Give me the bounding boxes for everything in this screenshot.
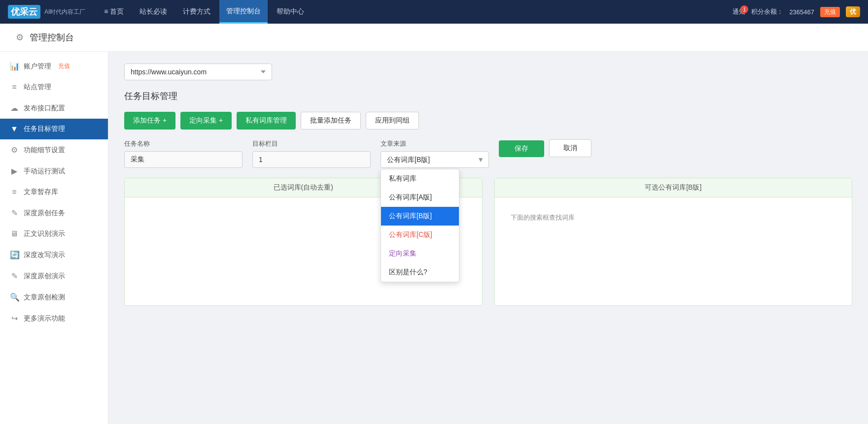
sidebar-item-site[interactable]: ≡站点管理: [0, 77, 108, 98]
recharge-button[interactable]: 充值: [820, 7, 840, 17]
topnav-item-≡ 首页[interactable]: ≡ 首页: [97, 0, 131, 24]
sidebar-item-publish[interactable]: ☁发布接口配置: [0, 98, 108, 119]
logo-subtitle: AI时代内容工厂: [44, 8, 85, 16]
source-dropdown-popup: 私有词库公有词库[A版]公有词库[B版]公有词库[C版]定向采集区别是什么?: [381, 169, 459, 282]
private-lib-button[interactable]: 私有词库管理: [237, 112, 296, 130]
directed-collect-button[interactable]: 定向采集 +: [180, 112, 232, 130]
sidebar-item-manual[interactable]: ▶手动运行测试: [0, 161, 108, 182]
page-title: 管理控制台: [30, 32, 74, 43]
sidebar-label-account: 账户管理: [24, 62, 51, 71]
toolbar: 添加任务 + 定向采集 + 私有词库管理 批量添加任务 应用到同组: [124, 112, 852, 130]
rewrite-icon: 🔄: [10, 250, 19, 260]
notification-bell[interactable]: 通知 1: [732, 7, 745, 16]
account-icon: 📊: [10, 62, 19, 71]
source-select-wrap: 公有词库[B版] ▼ 私有词库公有词库[A版]公有词库[B版]公有词库[C版]定…: [381, 151, 489, 168]
available-word-bank-header: 可选公有词库[B版]: [495, 178, 852, 197]
sidebar-item-task[interactable]: ▼任务目标管理: [0, 119, 108, 139]
points-label: 积分余额：: [751, 7, 783, 16]
site-selector-row: https://www.ucaiyun.com: [124, 64, 852, 80]
deeporig-icon: ✎: [10, 208, 19, 218]
settings-icon: ⚙: [10, 145, 19, 155]
page-header: ⚙ 管理控制台: [0, 24, 868, 52]
sidebar-item-draft[interactable]: ≡文章暂存库: [0, 182, 108, 202]
layout: 📊账户管理充值≡站点管理☁发布接口配置▼任务目标管理⚙功能细节设置▶手动运行测试…: [0, 52, 868, 424]
vip-badge: 优: [846, 6, 860, 17]
dropdown-item-私有词库[interactable]: 私有词库: [381, 169, 459, 188]
manual-icon: ▶: [10, 166, 19, 176]
form-row: 任务名称 目标栏目 文章来源 公有词库[B版] ▼ 私有词库公有词库[A版]公有…: [124, 139, 852, 168]
sidebar-item-deeporig[interactable]: ✎深度原创任务: [0, 202, 108, 224]
sidebar-item-settings[interactable]: ⚙功能细节设置: [0, 139, 108, 161]
available-word-bank: 可选公有词库[B版] 下面的搜索框查找词库: [494, 178, 853, 306]
dropdown-item-公有词库[A版][interactable]: 公有词库[A版]: [381, 188, 459, 207]
sidebar: 📊账户管理充值≡站点管理☁发布接口配置▼任务目标管理⚙功能细节设置▶手动运行测试…: [0, 52, 108, 424]
sidebar-item-check[interactable]: 🔍文章原创检测: [0, 287, 108, 308]
dropdown-item-公有词库[C版][interactable]: 公有词库[C版]: [381, 226, 459, 244]
sidebar-label-task: 任务目标管理: [24, 125, 65, 133]
action-group: 保存 取消: [499, 139, 591, 157]
sidebar-label-more: 更多演示功能: [24, 314, 65, 323]
sidebar-label-settings: 功能细节设置: [24, 146, 65, 155]
topnav-item-站长必读[interactable]: 站长必读: [133, 0, 174, 24]
settings-icon: ⚙: [16, 32, 24, 43]
topnav-menu: ≡ 首页站长必读计费方式管理控制台帮助中心: [97, 0, 732, 24]
category-group: 目标栏目: [252, 139, 371, 168]
notification-badge: 1: [740, 5, 748, 13]
sidebar-label-site: 站点管理: [24, 83, 51, 92]
task-icon: ▼: [10, 125, 19, 133]
dropdown-item-定向采集[interactable]: 定向采集: [381, 244, 459, 263]
site-select[interactable]: https://www.ucaiyun.com: [124, 64, 272, 80]
sidebar-badge-account[interactable]: 充值: [58, 62, 70, 70]
add-task-button[interactable]: 添加任务 +: [124, 112, 175, 130]
task-name-label: 任务名称: [124, 139, 243, 148]
dropdown-item-公有词库[B版][interactable]: 公有词库[B版]: [381, 207, 459, 226]
category-input[interactable]: [252, 151, 371, 168]
source-label: 文章来源: [381, 139, 489, 148]
sidebar-label-rewrite: 深度改写演示: [24, 251, 65, 260]
sidebar-item-account[interactable]: 📊账户管理充值: [0, 56, 108, 77]
task-name-input[interactable]: [124, 151, 243, 168]
more-icon: ↪: [10, 314, 19, 323]
batch-add-button[interactable]: 批量添加任务: [301, 112, 361, 130]
sidebar-label-deeporig: 深度原创任务: [24, 209, 65, 218]
sidebar-label-check: 文章原创检测: [24, 293, 65, 302]
sidebar-item-rewrite[interactable]: 🔄深度改写演示: [0, 244, 108, 265]
logo[interactable]: 优采云 AI时代内容工厂: [8, 5, 85, 19]
topnav-item-管理控制台[interactable]: 管理控制台: [219, 0, 268, 24]
origdemo-icon: ✎: [10, 271, 19, 281]
task-name-group: 任务名称: [124, 139, 243, 168]
sidebar-label-origdemo: 深度原创演示: [24, 272, 65, 281]
source-select[interactable]: 公有词库[B版]: [381, 151, 489, 168]
cancel-button[interactable]: 取消: [549, 139, 591, 157]
check-icon: 🔍: [10, 293, 19, 302]
sidebar-label-publish: 发布接口配置: [24, 104, 65, 113]
sidebar-label-draft: 文章暂存库: [24, 188, 58, 196]
word-bank-row: 已选词库(自动去重) 可选公有词库[B版] 下面的搜索框查找词库: [124, 178, 852, 306]
dropdown-item-区别是什么?[interactable]: 区别是什么?: [381, 263, 459, 282]
apply-group-button[interactable]: 应用到同组: [366, 112, 419, 130]
sidebar-label-manual: 手动运行测试: [24, 167, 65, 176]
draft-icon: ≡: [10, 188, 19, 196]
ocr-icon: 🖥: [10, 229, 19, 238]
main-content: https://www.ucaiyun.com 任务目标管理 添加任务 + 定向…: [108, 52, 868, 424]
category-label: 目标栏目: [252, 139, 371, 148]
save-button[interactable]: 保存: [499, 140, 544, 157]
sidebar-item-more[interactable]: ↪更多演示功能: [0, 308, 108, 329]
topnav: 优采云 AI时代内容工厂 ≡ 首页站长必读计费方式管理控制台帮助中心 通知 1 …: [0, 0, 868, 24]
sidebar-item-ocr[interactable]: 🖥正文识别演示: [0, 224, 108, 244]
section-title: 任务目标管理: [124, 90, 852, 102]
logo-icon: 优采云: [8, 5, 40, 19]
site-icon: ≡: [10, 83, 19, 92]
points-value: 2365467: [789, 8, 814, 16]
topnav-right: 通知 1 积分余额： 2365467 充值 优: [732, 6, 860, 17]
sidebar-item-origdemo[interactable]: ✎深度原创演示: [0, 265, 108, 287]
publish-icon: ☁: [10, 103, 19, 113]
sidebar-label-ocr: 正文识别演示: [24, 229, 65, 238]
available-word-bank-body: 下面的搜索框查找词库: [495, 197, 852, 296]
topnav-item-帮助中心[interactable]: 帮助中心: [270, 0, 311, 24]
source-group: 文章来源 公有词库[B版] ▼ 私有词库公有词库[A版]公有词库[B版]公有词库…: [381, 139, 489, 168]
topnav-item-计费方式[interactable]: 计费方式: [176, 0, 217, 24]
right-col-hint: 下面的搜索框查找词库: [503, 205, 844, 230]
